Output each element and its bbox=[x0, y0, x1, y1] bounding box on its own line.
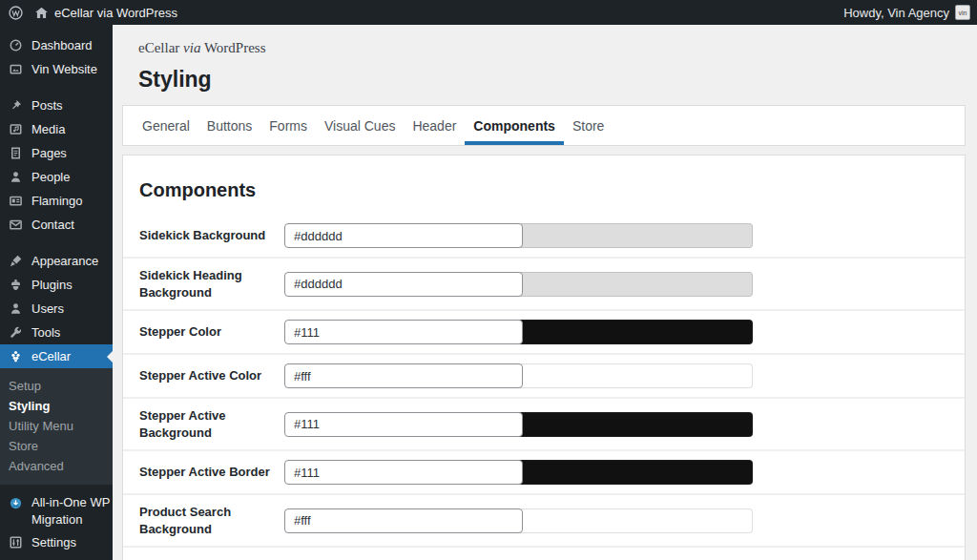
person-icon bbox=[9, 170, 23, 184]
color-swatch bbox=[519, 223, 753, 248]
media-icon bbox=[9, 122, 23, 136]
sidebar-item-label: People bbox=[31, 170, 70, 184]
sidebar-item-label: Plugins bbox=[31, 278, 73, 292]
sidebar-item-custom-fields[interactable]: Custom Fields bbox=[0, 554, 113, 560]
color-swatch bbox=[519, 363, 753, 388]
sidebar-item-ecellar[interactable]: eCellar bbox=[0, 344, 113, 368]
color-value-input[interactable] bbox=[284, 363, 523, 388]
wordpress-menu-button[interactable] bbox=[8, 0, 24, 25]
color-value-input[interactable] bbox=[284, 272, 523, 297]
user-icon bbox=[9, 301, 23, 316]
sidebar-item-appearance[interactable]: Appearance bbox=[0, 249, 113, 273]
plugin-icon bbox=[9, 278, 23, 292]
sidebar-item-label: Flamingo bbox=[31, 194, 82, 208]
color-value-input[interactable] bbox=[284, 223, 523, 248]
home-icon bbox=[33, 5, 50, 21]
sidebar-item-plugins[interactable]: Plugins bbox=[0, 273, 113, 297]
tab-header[interactable]: Header bbox=[404, 106, 465, 145]
settings-rows: Sidekick Background Sidekick Heading Bac… bbox=[123, 215, 965, 560]
content-area: eCellar via WordPress Styling General Bu… bbox=[113, 25, 977, 560]
tab-components[interactable]: Components bbox=[465, 106, 564, 145]
sidebar-item-settings[interactable]: Settings bbox=[0, 530, 113, 554]
color-swatch bbox=[519, 508, 753, 533]
section-title: Components bbox=[139, 179, 965, 201]
submenu-item-styling[interactable]: Styling bbox=[0, 396, 113, 416]
submenu-item-store[interactable]: Store bbox=[0, 436, 113, 456]
mail-icon bbox=[9, 218, 23, 232]
setting-row-sidekick-background: Sidekick Background bbox=[123, 215, 965, 259]
tab-forms[interactable]: Forms bbox=[260, 106, 316, 145]
sidebar-item-label: Vin Website bbox=[31, 62, 97, 76]
color-value-input[interactable] bbox=[284, 460, 523, 485]
plugin-title-platform: WordPress bbox=[204, 40, 266, 55]
setting-label: Stepper Active Border bbox=[139, 464, 284, 481]
color-value-input[interactable] bbox=[284, 508, 523, 533]
howdy-account-link[interactable]: Howdy, Vin Agency bbox=[843, 6, 949, 20]
sidebar-item-label: Contact bbox=[31, 218, 74, 232]
sidebar-separator bbox=[0, 237, 113, 249]
color-swatch bbox=[519, 272, 753, 297]
dashboard-icon bbox=[9, 38, 23, 52]
color-swatch bbox=[519, 320, 753, 344]
setting-row-stepper-color: Stepper Color bbox=[123, 311, 965, 355]
sidebar-item-pages[interactable]: Pages bbox=[0, 141, 113, 165]
color-swatch bbox=[519, 460, 753, 485]
sidebar-item-flamingo[interactable]: Flamingo bbox=[0, 189, 113, 213]
submenu-item-advanced[interactable]: Advanced bbox=[0, 456, 113, 476]
sidebar-item-label: Users bbox=[31, 301, 64, 316]
sidebar-item-posts[interactable]: Posts bbox=[0, 93, 113, 117]
id-card-icon bbox=[9, 194, 23, 208]
setting-label: Sidekick Heading Background bbox=[139, 267, 284, 301]
site-icon bbox=[9, 62, 23, 76]
sliders-icon bbox=[9, 535, 23, 550]
setting-row-product-search-background-hover: Product Search Background Hover bbox=[123, 548, 965, 560]
setting-label: Sidekick Background bbox=[139, 227, 284, 244]
setting-label: Stepper Active Color bbox=[139, 367, 284, 384]
sidebar-item-label: eCellar bbox=[31, 349, 71, 363]
site-link[interactable]: eCellar via WordPress bbox=[33, 0, 177, 25]
tab-bar: General Buttons Forms Visual Cues Header… bbox=[122, 105, 966, 146]
sidebar-item-label: Tools bbox=[31, 325, 60, 340]
sidebar-item-people[interactable]: People bbox=[0, 165, 113, 189]
sidebar-item-label: Media bbox=[31, 122, 65, 136]
sidebar-item-label: Appearance bbox=[31, 254, 98, 268]
sidebar-item-all-in-one-wp-migration[interactable]: All-in-One WP Migration bbox=[0, 491, 113, 530]
plugin-title-app: eCellar bbox=[138, 40, 179, 55]
grapes-icon bbox=[9, 349, 23, 363]
brush-icon bbox=[9, 254, 23, 268]
setting-label: Product Search Background bbox=[139, 504, 284, 537]
setting-label: Stepper Color bbox=[139, 323, 284, 341]
sidebar-item-label: Settings bbox=[31, 535, 76, 550]
sidebar-item-label: Posts bbox=[31, 98, 63, 113]
sidebar-item-users[interactable]: Users bbox=[0, 297, 113, 321]
sidebar-item-contact[interactable]: Contact bbox=[0, 213, 113, 237]
setting-row-stepper-active-background: Stepper Active Background bbox=[123, 399, 965, 451]
submenu-item-utility-menu[interactable]: Utility Menu bbox=[0, 416, 113, 436]
color-swatch bbox=[519, 412, 753, 437]
tab-visual-cues[interactable]: Visual Cues bbox=[316, 106, 404, 145]
site-name: eCellar via WordPress bbox=[54, 6, 177, 20]
tab-buttons[interactable]: Buttons bbox=[198, 106, 260, 145]
sidebar-item-media[interactable]: Media bbox=[0, 117, 113, 141]
sidebar-item-tools[interactable]: Tools bbox=[0, 321, 113, 344]
admin-bar: eCellar via WordPress Howdy, Vin Agency … bbox=[0, 0, 977, 25]
submenu-item-setup[interactable]: Setup bbox=[0, 376, 113, 396]
setting-label: Stepper Active Background bbox=[139, 407, 284, 441]
page-title: Styling bbox=[138, 67, 977, 93]
sidebar-item-label: All-in-One WP Migration bbox=[31, 494, 113, 528]
sidebar-item-label: Pages bbox=[31, 146, 67, 160]
color-value-input[interactable] bbox=[284, 412, 523, 437]
sidebar-item-vin-website[interactable]: Vin Website bbox=[0, 57, 113, 81]
pages-icon bbox=[9, 146, 23, 160]
color-value-input[interactable] bbox=[284, 320, 523, 344]
setting-row-sidekick-heading-background: Sidekick Heading Background bbox=[123, 259, 965, 311]
settings-panel: Components Sidekick Background Sidekick … bbox=[122, 155, 966, 560]
setting-label: Product Search Background Hover bbox=[139, 556, 284, 560]
sidebar-item-label: Dashboard bbox=[31, 38, 93, 52]
tab-store[interactable]: Store bbox=[564, 106, 613, 145]
sidebar-item-dashboard[interactable]: Dashboard bbox=[0, 33, 113, 57]
tab-general[interactable]: General bbox=[134, 106, 198, 145]
ecellar-submenu: Setup Styling Utility Menu Store Advance… bbox=[0, 368, 113, 485]
avatar[interactable]: vin bbox=[955, 5, 970, 20]
admin-sidebar: Dashboard Vin Website Posts Media Pages … bbox=[0, 25, 113, 560]
